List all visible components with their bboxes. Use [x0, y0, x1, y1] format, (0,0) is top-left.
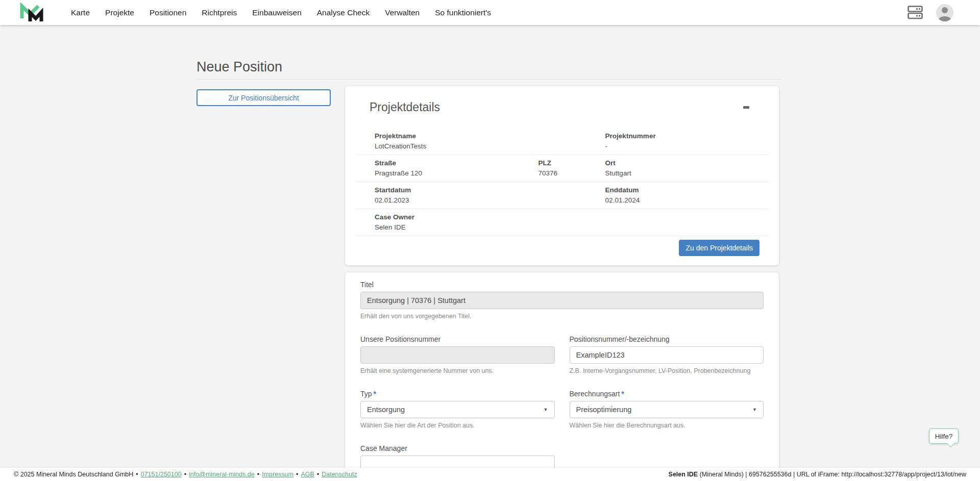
field-case-owner: Case Owner Selen IDE — [375, 213, 538, 232]
main-nav: Karte Projekte Positionen Richtpreis Ein… — [71, 8, 491, 17]
berechnungsart-label: Berechnungsart* — [570, 389, 764, 398]
table-row: Straße Pragstraße 120 PLZ 70376 Ort Stut… — [355, 155, 769, 182]
titel-group: Titel Erhält den von uns vorgegebenen Ti… — [360, 280, 764, 320]
session-user: Selen IDE — [669, 471, 698, 478]
copyright-text: © 2025 Mineral Minds Deutschland GmbH — [14, 471, 133, 478]
nav-item-einbauweisen[interactable]: Einbauweisen — [252, 8, 302, 17]
unsere-positionsnummer-helper: Erhält eine systemgenerierte Nummer von … — [360, 367, 555, 375]
projektdetails-title: Projektdetails — [370, 99, 440, 115]
footer-link-datenschutz[interactable]: Datenschutz — [322, 471, 357, 478]
positionsnummer-helper: Z.B. Interne-Vorgangsnummer, LV-Position… — [570, 367, 764, 375]
unsere-positionsnummer-label: Unsere Positionsnummer — [360, 335, 555, 344]
field-startdatum: Startdatum 02.01.2023 — [375, 186, 538, 205]
navbar-right — [908, 4, 953, 21]
collapse-minus-icon[interactable] — [743, 106, 749, 109]
table-row: Case Owner Selen IDE — [355, 209, 769, 236]
positionsnummer-group: Positionsnummer/-bezeichnung Z.B. Intern… — [570, 335, 764, 375]
page-title: Neue Position — [197, 59, 282, 75]
positionsnummer-label: Positionsnummer/-bezeichnung — [570, 335, 764, 344]
unsere-positionsnummer-input — [360, 346, 555, 364]
positionsnummer-input[interactable] — [570, 346, 764, 364]
footer-link-agb[interactable]: AGB — [301, 471, 314, 478]
zur-positionsuebersicht-button[interactable]: Zur Positionsübersicht — [197, 89, 331, 106]
berechnungsart-select[interactable]: Preisoptimierung ▼ — [570, 401, 764, 418]
nav-item-analyse-check[interactable]: Analyse Check — [317, 8, 370, 17]
footer-link-impressum[interactable]: Impressum — [262, 471, 293, 478]
titel-helper: Erhält den von uns vorgegebenen Titel. — [360, 313, 764, 320]
required-asterisk: * — [374, 390, 376, 398]
unsere-positionsnummer-group: Unsere Positionsnummer Erhält eine syste… — [360, 335, 555, 375]
hilfe-button[interactable]: Hilfe? — [929, 428, 959, 444]
nav-item-so-funktionierts[interactable]: So funktioniert's — [435, 8, 491, 17]
zu-den-projektdetails-button[interactable]: Zu den Projektdetails — [679, 240, 760, 256]
typ-label: Typ* — [360, 389, 555, 398]
nav-item-verwalten[interactable]: Verwalten — [385, 8, 420, 17]
typ-group: Typ* Entsorgung ▼ Wählen Sie hier die Ar… — [360, 389, 555, 429]
projektdetails-card: Projektdetails Projektname LotCreationTe… — [345, 86, 779, 265]
field-projektname: Projektname LotCreationTests — [375, 132, 538, 150]
typ-select[interactable]: Entsorgung ▼ — [360, 401, 555, 418]
nav-item-positionen[interactable]: Positionen — [150, 8, 186, 17]
new-position-form-card: Titel Erhält den von uns vorgegebenen Ti… — [345, 272, 779, 481]
footer: © 2025 Mineral Minds Deutschland GmbH•07… — [0, 468, 980, 481]
field-strasse: Straße Pragstraße 120 — [375, 159, 538, 178]
footer-session-info: Selen IDE (Mineral Minds) | 69576255536d… — [669, 471, 966, 478]
field-ort: Ort Stuttgart — [605, 159, 769, 178]
titel-label: Titel — [360, 280, 764, 289]
required-asterisk: * — [621, 390, 624, 398]
session-details: (Mineral Minds) | 69576255536d | URL of … — [698, 471, 966, 478]
title-divider — [197, 79, 781, 80]
mineral-minds-logo-icon[interactable] — [18, 3, 45, 23]
titel-input — [360, 292, 764, 309]
top-navbar: Karte Projekte Positionen Richtpreis Ein… — [0, 0, 980, 25]
berechnungsart-group: Berechnungsart* Preisoptimierung ▼ Wähle… — [570, 389, 764, 429]
berechnungsart-helper: Wählen Sie hier die Berechnungsart aus. — [570, 422, 764, 429]
chevron-down-icon: ▼ — [544, 407, 548, 412]
avatar-body — [939, 16, 951, 21]
field-plz: PLZ 70376 — [538, 159, 605, 178]
project-details-table: Projektname LotCreationTests Projektnumm… — [355, 128, 769, 236]
nav-item-karte[interactable]: Karte — [71, 8, 90, 17]
table-row: Startdatum 02.01.2023 Enddatum 02.01.202… — [355, 182, 769, 209]
footer-left: © 2025 Mineral Minds Deutschland GmbH•07… — [14, 471, 357, 478]
nav-item-projekte[interactable]: Projekte — [105, 8, 134, 17]
footer-link-email[interactable]: info@mineral-minds.de — [189, 471, 255, 478]
case-manager-label: Case Manager — [360, 444, 555, 453]
nav-item-richtpreis[interactable]: Richtpreis — [202, 8, 237, 17]
chevron-down-icon: ▼ — [752, 407, 757, 412]
typ-helper: Wählen Sie hier die Art der Position aus… — [360, 422, 555, 429]
server-icon[interactable] — [908, 6, 923, 19]
avatar-head — [942, 7, 948, 13]
table-row: Projektname LotCreationTests Projektnumm… — [355, 128, 769, 155]
footer-link-phone[interactable]: 07151/250100 — [141, 471, 182, 478]
user-avatar-icon[interactable] — [936, 4, 953, 21]
field-enddatum: Enddatum 02.01.2024 — [605, 186, 769, 205]
field-projektnummer: Projektnummer - — [605, 132, 769, 150]
